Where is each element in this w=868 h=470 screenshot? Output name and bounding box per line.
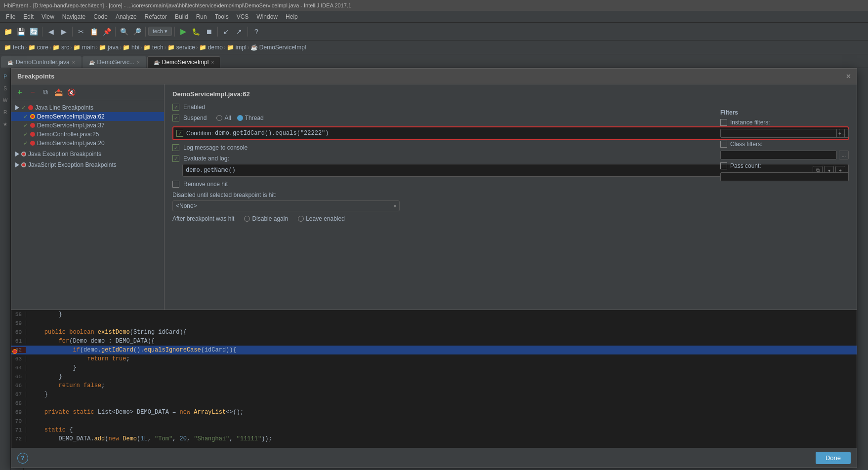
- log-checkbox[interactable]: [172, 144, 179, 151]
- sidebar-favorites[interactable]: ★: [1, 119, 10, 128]
- help-button[interactable]: ?: [17, 453, 28, 464]
- bc-service[interactable]: 📁 service: [167, 44, 195, 51]
- toolbar-run[interactable]: ▶: [177, 26, 189, 38]
- toolbar-copy[interactable]: 📋: [88, 26, 100, 38]
- toolbar-search2[interactable]: 🔎: [131, 26, 143, 38]
- evaluate-checkbox[interactable]: [172, 155, 179, 162]
- bc-tech[interactable]: 📁 tech: [4, 44, 24, 51]
- toolbar-stop[interactable]: ⏹: [203, 26, 215, 38]
- toolbar-forward[interactable]: ▶: [58, 26, 70, 38]
- bp-add-button[interactable]: +: [14, 87, 25, 98]
- bp-item-20[interactable]: ✓ DemoServiceImpl.java:20: [11, 139, 164, 148]
- pass-count-input[interactable]: [720, 172, 849, 181]
- tab-democontroller-close[interactable]: ×: [72, 60, 75, 65]
- tab-democontroller[interactable]: ☕ DemoController.java ×: [1, 56, 82, 68]
- done-button[interactable]: Done: [816, 452, 851, 464]
- toolbar-vcs2[interactable]: ↗: [233, 26, 245, 38]
- sidebar-web[interactable]: W: [1, 96, 10, 105]
- menu-navigate[interactable]: Navigate: [58, 12, 89, 21]
- toolbar-vcs1[interactable]: ↙: [220, 26, 232, 38]
- menu-code[interactable]: Code: [89, 12, 112, 21]
- toolbar-debug[interactable]: 🐛: [190, 26, 202, 38]
- dialog-close-button[interactable]: ×: [846, 72, 851, 81]
- bp-item-62[interactable]: ✓ DemoServiceImpl.java:62: [11, 112, 164, 121]
- toolbar-cut[interactable]: ✂: [75, 26, 87, 38]
- bp-mute-button[interactable]: 🔇: [66, 87, 77, 98]
- tab-demoserviceimpl[interactable]: ☕ DemoServiceImpl ×: [147, 56, 221, 68]
- leave-enabled-option[interactable]: Leave enabled: [298, 215, 345, 222]
- class-filters-checkbox[interactable]: [720, 141, 727, 148]
- left-sidebar: P S W R ★: [0, 68, 11, 470]
- menu-tools[interactable]: Tools: [211, 12, 233, 21]
- toolbar-sync[interactable]: 🔄: [28, 26, 40, 38]
- bc-main[interactable]: 📁 main: [73, 44, 95, 51]
- menu-vcs[interactable]: VCS: [233, 12, 253, 21]
- bc-java[interactable]: 📁 java: [99, 44, 119, 51]
- bc-file[interactable]: ☕ DemoServiceImpl: [250, 44, 306, 51]
- toolbar-tag-label: tech ▾: [153, 28, 167, 35]
- java-line-header[interactable]: ✓ Java Line Breakpoints: [11, 103, 164, 112]
- toolbar-paste[interactable]: 📌: [101, 26, 113, 38]
- tab-demoservic[interactable]: ☕ DemoServic... ×: [83, 56, 146, 68]
- title-text: HbiParent - [D:\repo-hand\repo-tech\tech…: [4, 2, 351, 8]
- menu-window[interactable]: Window: [252, 12, 282, 21]
- bc-demo[interactable]: 📁 demo: [199, 44, 223, 51]
- bp-item-25[interactable]: ✓ DemoController.java:25: [11, 130, 164, 139]
- bp-export-button[interactable]: 📤: [53, 87, 64, 98]
- sidebar-rebel[interactable]: R: [1, 108, 10, 117]
- bc-tech2-icon: 📁: [143, 44, 151, 51]
- menu-build[interactable]: Build: [171, 12, 192, 21]
- java-exception-header[interactable]: Java Exception Breakpoints: [11, 150, 164, 158]
- menu-run[interactable]: Run: [192, 12, 211, 21]
- toolbar-sep3: [115, 27, 116, 37]
- menu-refactor[interactable]: Refactor: [141, 12, 171, 21]
- thread-option[interactable]: Thread: [237, 115, 264, 121]
- toolbar-back[interactable]: ◀: [45, 26, 57, 38]
- menu-file[interactable]: File: [2, 12, 19, 21]
- bc-impl[interactable]: 📁 impl: [227, 44, 247, 51]
- remove-once-label: Remove once hit: [183, 181, 228, 188]
- main-area: P S W R ★ 31 return results; 32 } 33 34 …: [0, 68, 868, 470]
- bc-java-label: java: [108, 44, 119, 51]
- toolbar-open[interactable]: 📁: [2, 26, 14, 38]
- enabled-checkbox[interactable]: [172, 104, 179, 111]
- menu-edit[interactable]: Edit: [19, 12, 38, 21]
- eval-input[interactable]: [186, 167, 813, 174]
- toolbar-save[interactable]: 💾: [15, 26, 27, 38]
- all-option[interactable]: All: [216, 115, 231, 121]
- tab-demoserviceimpl-close[interactable]: ×: [211, 60, 214, 65]
- instance-filter-input[interactable]: [720, 129, 837, 138]
- bc-src-icon: 📁: [52, 44, 60, 51]
- instance-filters-checkbox[interactable]: [720, 119, 727, 126]
- instance-filter-btn[interactable]: ...: [839, 129, 849, 138]
- sidebar-structure[interactable]: S: [1, 84, 10, 93]
- sidebar-project[interactable]: P: [1, 72, 10, 81]
- bc-src[interactable]: 📁 src: [52, 44, 69, 51]
- pass-count-checkbox[interactable]: [720, 162, 727, 169]
- bc-hbi[interactable]: 📁 hbi: [123, 44, 139, 51]
- bc-core[interactable]: 📁 core: [28, 44, 48, 51]
- js-exception-header[interactable]: JavaScript Exception Breakpoints: [11, 160, 164, 169]
- toolbar-tag-vcs[interactable]: tech ▾: [148, 27, 172, 36]
- menu-analyze[interactable]: Analyze: [112, 12, 141, 21]
- bc-tech2[interactable]: 📁 tech: [143, 44, 164, 51]
- bp-item-62-dot: [30, 114, 35, 119]
- disable-again-option[interactable]: Disable again: [244, 215, 288, 222]
- toolbar-help[interactable]: ?: [250, 26, 262, 38]
- bp-item-37-label: DemoServiceImpl.java:37: [37, 122, 105, 129]
- menu-help[interactable]: Help: [282, 12, 302, 21]
- condition-checkbox[interactable]: [176, 130, 183, 137]
- bp-copy-button[interactable]: ⧉: [40, 87, 51, 98]
- bp-remove-button[interactable]: −: [27, 87, 38, 98]
- menu-view[interactable]: View: [38, 12, 58, 21]
- class-filter-btn[interactable]: ...: [839, 151, 849, 159]
- bp-item-37[interactable]: ✓ DemoServiceImpl.java:37: [11, 121, 164, 130]
- suspend-checkbox[interactable]: [172, 115, 179, 121]
- class-filter-input[interactable]: [720, 151, 837, 159]
- bp-file-header: DemoServiceImpl.java:62: [172, 90, 849, 98]
- remove-once-checkbox[interactable]: [172, 181, 179, 188]
- disabled-until-dropdown[interactable]: <None> ▾: [172, 200, 400, 211]
- toolbar-search[interactable]: 🔍: [118, 26, 130, 38]
- tab-demoservic-label: DemoServic...: [97, 59, 134, 66]
- tab-demoservic-close[interactable]: ×: [137, 60, 140, 65]
